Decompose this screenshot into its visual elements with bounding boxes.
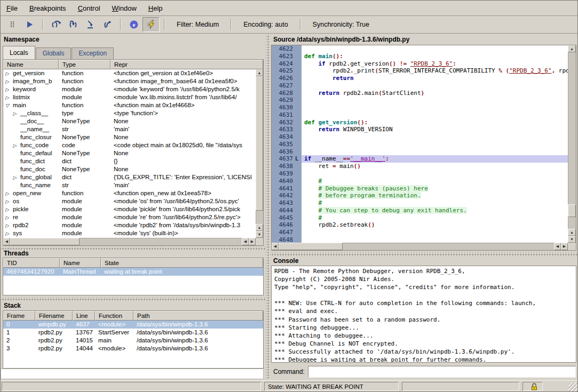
source-line[interactable]: 4632 def get_version(): [272, 119, 568, 126]
namespace-row[interactable]: ▷listmix module <module 'wx.lib.mixins.l… [3, 93, 256, 101]
scroll-left-icon[interactable]: ◀ [242, 238, 249, 245]
line-number-gutter[interactable]: 4632 [272, 119, 302, 126]
line-number-gutter[interactable]: 4631 [272, 111, 302, 119]
expander-icon[interactable]: ▷ [4, 70, 13, 77]
line-number-gutter[interactable]: 4642 [272, 192, 302, 199]
menu-control[interactable]: Control [72, 2, 106, 15]
stack-frame-row[interactable]: 2 rpdb2.py 14015 main /data/sys/bin/winp… [3, 337, 263, 345]
namespace-row[interactable]: func_dict dict {} [3, 157, 256, 165]
source-line[interactable]: 4637L if __name__=='__main__': [272, 155, 568, 163]
stack-frame-row[interactable]: 3 rpdb2.py 14044 <module> /data/sys/bin/… [3, 345, 263, 353]
goto-button[interactable] [99, 17, 116, 32]
column-header-repr[interactable]: Repr [110, 60, 263, 69]
line-number-gutter[interactable]: 4647 [272, 229, 302, 236]
line-number-gutter[interactable]: 4633 [272, 126, 302, 133]
namespace-row[interactable]: __name__ str 'main' [3, 125, 256, 133]
source-line[interactable]: 4641 # Debuggee breaks (pauses) here [272, 185, 568, 193]
line-number-gutter[interactable]: 4641 [272, 185, 302, 193]
column-header-name[interactable]: Name [3, 60, 59, 69]
namespace-row[interactable]: func_doc NoneType None [3, 165, 256, 173]
source-line[interactable]: 4643 # [272, 199, 568, 207]
menu-help[interactable]: Help [142, 2, 169, 15]
menu-file[interactable]: File [1, 2, 23, 15]
namespace-row[interactable]: ▷__class__ type <type 'function'> [3, 109, 256, 117]
source-line[interactable]: 4630 [272, 104, 568, 111]
source-line[interactable]: 4642 # before program termination. [272, 192, 568, 199]
column-header-name[interactable]: Name [60, 258, 101, 268]
expander-icon[interactable]: ▷ [12, 110, 20, 117]
namespace-row[interactable]: ▷open_new function <function open_new at… [3, 189, 256, 197]
line-number-gutter[interactable]: 4622 [272, 45, 302, 53]
namespace-row[interactable]: ▷keyword module <module 'keyword' from '… [3, 85, 256, 93]
step-into-button[interactable] [65, 17, 82, 32]
line-number-gutter[interactable]: 4637L [272, 155, 302, 163]
line-number-gutter[interactable]: 4645 [272, 214, 302, 222]
horizontal-splitter[interactable] [1, 297, 266, 300]
source-line[interactable]: 4636 [272, 148, 568, 156]
source-line[interactable]: 4646 rpdb2.setbreak() [272, 221, 568, 229]
tab-globals[interactable]: Globals [36, 47, 72, 59]
scroll-up-icon[interactable]: ▲ [568, 45, 576, 52]
source-line[interactable]: 4635 [272, 141, 568, 148]
tab-locals[interactable]: Locals [3, 46, 35, 59]
source-line[interactable]: 4624 if rpdb2.get_version() != "RPDB_2_3… [272, 60, 568, 68]
source-line[interactable]: 4639 [272, 170, 568, 178]
source-hscrollbar[interactable]: ◀ ◀ ▶ [272, 243, 568, 250]
synchronicity-label[interactable]: Synchronicity: True [305, 21, 377, 28]
scroll-right-icon[interactable]: ▶ [561, 243, 568, 250]
scroll-thumb[interactable] [279, 243, 343, 250]
namespace-vscrollbar[interactable]: ▲ ▲ ▼ [256, 69, 263, 238]
tab-exception[interactable]: Exception [72, 47, 114, 59]
namespace-row[interactable]: ▷image_from_b function <function image_f… [3, 77, 256, 85]
line-number-gutter[interactable]: 4643 [272, 199, 302, 207]
line-number-gutter[interactable]: 4630 [272, 104, 302, 111]
line-number-gutter[interactable]: 4626 [272, 75, 302, 82]
encoding-button[interactable]: e [125, 17, 142, 32]
source-line[interactable]: 4627 [272, 82, 568, 90]
column-header-frame[interactable]: Frame [3, 311, 35, 321]
expander-icon[interactable]: ▷ [4, 206, 13, 213]
expander-icon[interactable]: ▷ [4, 198, 13, 205]
namespace-row[interactable]: ▷get_version function <function get_vers… [3, 69, 256, 77]
scroll-up-icon[interactable]: ▲ [256, 224, 263, 231]
namespace-row[interactable]: func_defaul NoneType None [3, 149, 256, 157]
line-number-gutter[interactable]: 4625 [272, 67, 302, 75]
namespace-row[interactable]: ▷re module <module 're' from '/usr/lib64… [3, 213, 256, 221]
encoding-label[interactable]: Encoding: auto [236, 21, 295, 28]
line-number-gutter[interactable]: 4635 [272, 141, 302, 148]
column-header-path[interactable]: Path [133, 311, 263, 321]
source-line[interactable]: 4622 [272, 45, 568, 53]
column-header-state[interactable]: State [101, 258, 263, 268]
scroll-up-icon[interactable]: ▲ [256, 69, 263, 76]
resize-grip[interactable] [568, 382, 578, 391]
return-button[interactable] [82, 17, 99, 32]
line-number-gutter[interactable]: 4634 [272, 133, 302, 141]
column-header-filename[interactable]: Filename [35, 311, 73, 321]
namespace-row[interactable]: ▷func_global dict {'DLG_EXPR_TITLE': 'En… [3, 173, 256, 181]
line-number-gutter[interactable]: 4623 [272, 53, 302, 60]
source-line[interactable]: 4634 [272, 133, 568, 141]
scroll-left-icon[interactable]: ◀ [3, 238, 10, 245]
column-header-type[interactable]: Type [59, 60, 110, 69]
namespace-row[interactable]: func_closur NoneType None [3, 133, 256, 141]
scroll-down-icon[interactable]: ▼ [568, 236, 576, 243]
line-number-gutter[interactable]: 4638 [272, 163, 302, 170]
scroll-right-icon[interactable]: ▶ [249, 238, 256, 245]
source-line[interactable]: 4648 [272, 236, 568, 243]
expander-icon[interactable]: ▷ [4, 78, 13, 85]
thread-row[interactable]: 46974534127920 MainThread waiting at bre… [3, 268, 263, 276]
expander-icon[interactable]: ▷ [4, 230, 13, 237]
scroll-thumb[interactable] [568, 204, 576, 217]
line-number-gutter[interactable]: 4644 [272, 207, 302, 214]
namespace-hscrollbar[interactable]: ◀ ◀ ▶ [3, 238, 256, 245]
line-number-gutter[interactable]: 4628 [272, 90, 302, 97]
source-vscrollbar[interactable]: ▲ ▲ ▼ [568, 45, 576, 243]
column-header-line[interactable]: Line [73, 311, 95, 321]
source-line[interactable]: 4629 [272, 97, 568, 104]
column-header-tid[interactable]: TID [3, 258, 60, 268]
scroll-left-icon[interactable]: ◀ [272, 243, 279, 250]
scroll-down-icon[interactable]: ▼ [256, 231, 263, 238]
source-line[interactable]: 4644 # You can step to debug any exit ha… [272, 207, 568, 214]
line-number-gutter[interactable]: 4629 [272, 97, 302, 104]
break-button[interactable] [4, 17, 21, 32]
